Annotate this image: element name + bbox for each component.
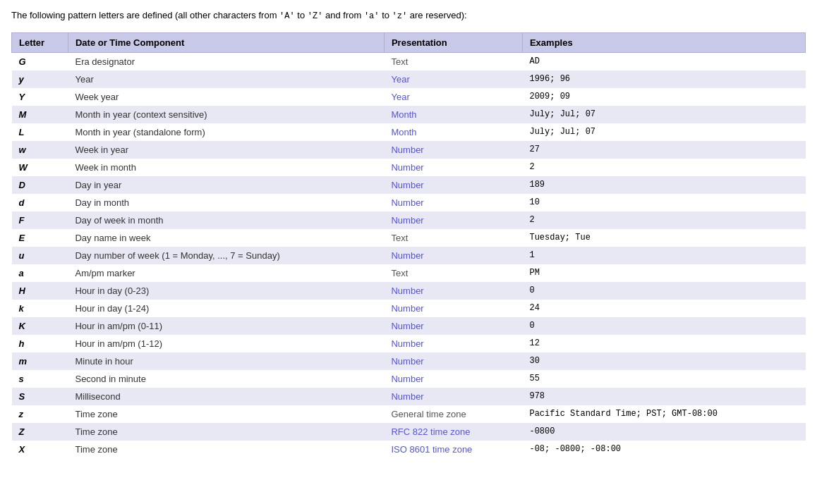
cell-examples: 10 [522, 194, 805, 211]
cell-presentation: Number [384, 247, 522, 264]
cell-letter: H [12, 282, 68, 300]
cell-presentation: Number [384, 370, 522, 388]
table-row: kHour in day (1-24)Number24 [12, 300, 806, 317]
cell-examples: 0 [522, 282, 805, 300]
cell-letter: L [12, 123, 68, 141]
cell-component: Day of week in month [68, 211, 384, 229]
cell-examples: AD [522, 53, 805, 71]
intro-paragraph: The following pattern letters are define… [11, 8, 806, 23]
cell-letter: w [12, 141, 68, 159]
cell-letter: S [12, 388, 68, 405]
table-row: DDay in yearNumber189 [12, 176, 806, 194]
cell-examples: July; Jul; 07 [522, 123, 805, 141]
cell-examples: 55 [522, 370, 805, 388]
cell-component: Era designator [68, 53, 384, 71]
cell-letter: a [12, 264, 68, 282]
cell-component: Week year [68, 88, 384, 106]
cell-examples: 189 [522, 176, 805, 194]
table-row: ZTime zoneRFC 822 time zone-0800 [12, 423, 806, 441]
cell-presentation: General time zone [384, 405, 522, 423]
cell-examples: 2 [522, 159, 805, 176]
cell-letter: W [12, 159, 68, 176]
table-row: yYearYear1996; 96 [12, 70, 806, 88]
cell-examples: -08; -0800; -08:00 [522, 441, 805, 458]
cell-examples: July; Jul; 07 [522, 106, 805, 123]
table-header-row: Letter Date or Time Component Presentati… [12, 33, 806, 53]
cell-component: Hour in day (0-23) [68, 282, 384, 300]
cell-component: Time zone [68, 441, 384, 458]
table-row: XTime zoneISO 8601 time zone-08; -0800; … [12, 441, 806, 458]
cell-presentation: Number [384, 211, 522, 229]
header-letter: Letter [12, 33, 68, 53]
cell-component: Week in year [68, 141, 384, 159]
cell-presentation: Number [384, 159, 522, 176]
cell-letter: Y [12, 88, 68, 106]
cell-presentation: Number [384, 194, 522, 211]
cell-presentation: Number [384, 141, 522, 159]
cell-examples: 2009; 09 [522, 88, 805, 106]
cell-letter: X [12, 441, 68, 458]
table-row: KHour in am/pm (0-11)Number0 [12, 317, 806, 335]
table-row: dDay in monthNumber10 [12, 194, 806, 211]
cell-presentation: Month [384, 106, 522, 123]
cell-letter: F [12, 211, 68, 229]
cell-component: Hour in day (1-24) [68, 300, 384, 317]
cell-presentation: Year [384, 88, 522, 106]
table-row: wWeek in yearNumber27 [12, 141, 806, 159]
cell-presentation: Number [384, 300, 522, 317]
cell-component: Day name in week [68, 229, 384, 247]
cell-component: Am/pm marker [68, 264, 384, 282]
cell-examples: 24 [522, 300, 805, 317]
cell-letter: M [12, 106, 68, 123]
cell-presentation: Number [384, 335, 522, 352]
table-row: mMinute in hourNumber30 [12, 352, 806, 370]
cell-component: Day number of week (1 = Monday, ..., 7 =… [68, 247, 384, 264]
cell-examples: 2 [522, 211, 805, 229]
header-component: Date or Time Component [68, 33, 384, 53]
cell-component: Month in year (context sensitive) [68, 106, 384, 123]
cell-component: Time zone [68, 423, 384, 441]
cell-presentation: Number [384, 352, 522, 370]
cell-examples: 1 [522, 247, 805, 264]
cell-presentation: Month [384, 123, 522, 141]
cell-letter: y [12, 70, 68, 88]
pattern-letters-table: Letter Date or Time Component Presentati… [11, 32, 806, 458]
cell-examples: 978 [522, 388, 805, 405]
cell-examples: Tuesday; Tue [522, 229, 805, 247]
cell-presentation: Number [384, 388, 522, 405]
cell-presentation: Number [384, 317, 522, 335]
cell-component: Millisecond [68, 388, 384, 405]
cell-letter: z [12, 405, 68, 423]
cell-letter: h [12, 335, 68, 352]
cell-examples: 30 [522, 352, 805, 370]
cell-component: Hour in am/pm (1-12) [68, 335, 384, 352]
cell-letter: D [12, 176, 68, 194]
cell-component: Hour in am/pm (0-11) [68, 317, 384, 335]
table-row: GEra designatorTextAD [12, 53, 806, 71]
cell-letter: s [12, 370, 68, 388]
header-presentation: Presentation [384, 33, 522, 53]
table-row: HHour in day (0-23)Number0 [12, 282, 806, 300]
cell-presentation: Text [384, 264, 522, 282]
cell-presentation: Year [384, 70, 522, 88]
cell-letter: E [12, 229, 68, 247]
cell-presentation: Number [384, 282, 522, 300]
cell-component: Day in year [68, 176, 384, 194]
table-row: zTime zoneGeneral time zonePacific Stand… [12, 405, 806, 423]
cell-component: Time zone [68, 405, 384, 423]
table-row: uDay number of week (1 = Monday, ..., 7 … [12, 247, 806, 264]
header-examples: Examples [522, 33, 805, 53]
cell-examples: PM [522, 264, 805, 282]
cell-examples: 27 [522, 141, 805, 159]
table-row: hHour in am/pm (1-12)Number12 [12, 335, 806, 352]
cell-component: Second in minute [68, 370, 384, 388]
table-row: YWeek yearYear2009; 09 [12, 88, 806, 106]
table-row: WWeek in monthNumber2 [12, 159, 806, 176]
table-row: MMonth in year (context sensitive)MonthJ… [12, 106, 806, 123]
table-row: aAm/pm markerTextPM [12, 264, 806, 282]
cell-examples: -0800 [522, 423, 805, 441]
cell-examples: 0 [522, 317, 805, 335]
cell-presentation: RFC 822 time zone [384, 423, 522, 441]
cell-presentation: Number [384, 176, 522, 194]
cell-presentation: Text [384, 229, 522, 247]
